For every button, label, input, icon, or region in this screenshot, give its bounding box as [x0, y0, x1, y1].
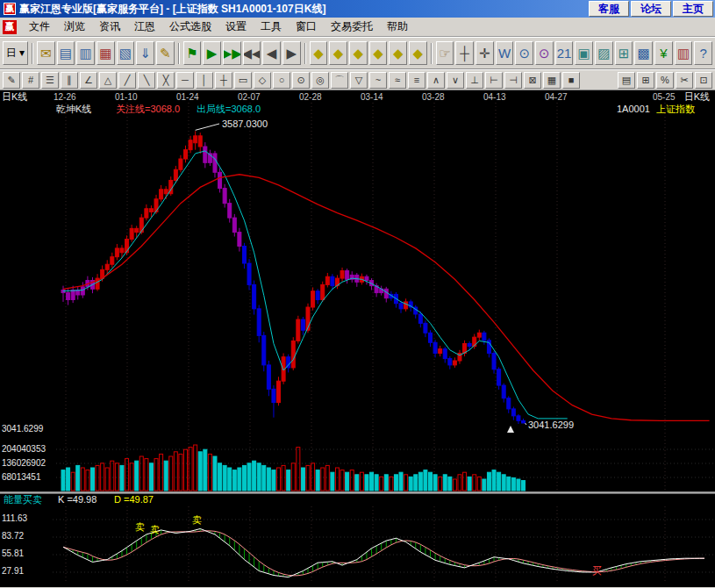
hline-tool-icon[interactable]: ☰	[41, 72, 59, 89]
fast-forward-icon[interactable]: ▶▶	[223, 41, 241, 65]
gann-diamond-1-icon[interactable]: ◆	[310, 41, 328, 65]
stock-pick-flag-icon[interactable]: ⚑	[183, 41, 202, 65]
menu-item-9[interactable]: 交易委托	[324, 17, 380, 37]
bands-panel-icon[interactable]: ▩	[634, 41, 653, 65]
rewind-icon[interactable]: ◀◀	[243, 41, 261, 65]
menu-item-3[interactable]: 资讯	[92, 17, 127, 37]
angle-tool-icon[interactable]: ∠	[80, 72, 97, 89]
volume-axis-label-3: 68013451	[2, 473, 41, 482]
crosshair-icon[interactable]: ┼	[455, 41, 474, 65]
play-icon[interactable]: ▶	[203, 41, 221, 65]
draw-pencil-icon[interactable]: ✎	[156, 41, 175, 65]
approx-tool-icon[interactable]: ≈	[389, 72, 406, 89]
ident-tool-icon[interactable]: ≡	[408, 72, 425, 89]
channel-tool-icon[interactable]: ╲	[138, 72, 155, 89]
date-tick-label: 04-27	[545, 93, 568, 102]
quote-panel-icon[interactable]: ▨	[595, 41, 613, 65]
titlebar-buttons: 客服论坛主页	[587, 1, 713, 17]
gann-diamond-3-icon[interactable]: ◆	[349, 41, 368, 65]
menu-item-6[interactable]: 设置	[218, 17, 254, 37]
menu-item-4[interactable]: 江恩	[127, 17, 162, 37]
buy-signal-mark: 买	[592, 566, 602, 576]
wave-tool-icon[interactable]: W	[496, 41, 514, 65]
trendline-tool-icon[interactable]: ╱	[118, 72, 136, 89]
fan-tool-icon[interactable]: ▽	[350, 72, 368, 89]
add-grid-icon[interactable]: ⊞	[637, 72, 654, 89]
quote-table-icon[interactable]: ▤	[618, 72, 635, 89]
scissors-icon[interactable]: ✂	[676, 72, 693, 89]
menu-item-7[interactable]: 工具	[254, 17, 289, 37]
grid-panel-icon[interactable]: ⊞	[615, 41, 633, 65]
gann-box-tool-icon[interactable]: ▦	[543, 72, 561, 89]
help-icon[interactable]: ?	[694, 41, 712, 65]
time-cycle-icon[interactable]: ⊙	[515, 41, 533, 65]
vline-tool-icon[interactable]: ∥	[61, 72, 78, 89]
and-tool-icon[interactable]: ∧	[427, 72, 445, 89]
square-tool-icon[interactable]: ■	[562, 72, 580, 89]
delivery-icon[interactable]: ▥	[675, 41, 693, 65]
mail-icon[interactable]: ✉	[37, 41, 55, 65]
menu-item-5[interactable]: 公式选股	[162, 17, 218, 37]
chart-canvas[interactable]: 日K线 12-2601-1001-2402-0702-2803-1403-280…	[0, 90, 715, 587]
crossline-tool-icon[interactable]: ╳	[157, 72, 175, 89]
menu-logo-icon[interactable]: 赢	[3, 20, 17, 34]
gann-diamond-2-icon[interactable]: ◆	[329, 41, 347, 65]
pan-hand-icon[interactable]: ☞	[436, 41, 454, 65]
pencil-tool-icon[interactable]: ✎	[3, 72, 20, 89]
target-tool-icon[interactable]: ◎	[311, 72, 329, 89]
volume-axis-label-1: 204040353	[2, 445, 46, 454]
indicator-scale-1: 111.63	[2, 514, 27, 523]
boxed-x-tool-icon[interactable]: ⊠	[524, 72, 541, 89]
kline-chart[interactable]	[0, 90, 715, 587]
zoom-box-icon[interactable]: ⊡	[695, 72, 712, 89]
indicator-d-value: D =49.87	[114, 495, 154, 505]
indicator-scale-4: 27.91	[2, 567, 24, 576]
date-tick-label: 03-28	[422, 93, 445, 102]
titlebar-button-3[interactable]: 主页	[673, 1, 713, 17]
ray-tool-icon[interactable]: │	[196, 72, 213, 89]
percent-icon[interactable]: %	[656, 72, 674, 89]
gann-diamond-4-icon[interactable]: ◆	[369, 41, 388, 65]
indicator-name-label[interactable]: 能量买卖	[4, 495, 42, 505]
price-axis-low-label: 3041.6299	[2, 425, 43, 434]
rect-tool-icon[interactable]: ▭	[234, 72, 252, 89]
date-tick-label: 05-25	[653, 93, 676, 102]
money-icon[interactable]: ¥	[654, 41, 673, 65]
diamond-tool-icon[interactable]: ◇	[254, 72, 271, 89]
right-t-tool-icon[interactable]: ⊣	[504, 72, 522, 89]
multi-panel-icon[interactable]: ▣	[575, 41, 593, 65]
wave-tool-icon[interactable]: ~	[369, 72, 387, 89]
step-forward-icon[interactable]: ▶	[282, 41, 301, 65]
data-download-icon[interactable]: ⇓	[136, 41, 154, 65]
report-icon[interactable]: ▤	[57, 41, 75, 65]
kline-chart-icon[interactable]: ▦	[97, 41, 115, 65]
menu-item-10[interactable]: 帮助	[380, 17, 415, 37]
segment-tool-icon[interactable]: ─	[176, 72, 194, 89]
triangle-tool-icon[interactable]: △	[99, 72, 117, 89]
app-logo-icon: 赢	[4, 3, 16, 15]
menu-item-1[interactable]: 文件	[22, 17, 57, 37]
gann-diamond-6-icon[interactable]: ◆	[409, 41, 427, 65]
calendar-21-icon[interactable]: 21	[555, 41, 574, 65]
space-cycle-icon[interactable]: ⊙	[535, 41, 554, 65]
titlebar-button-2[interactable]: 论坛	[631, 1, 671, 17]
perp-tool-icon[interactable]: ⊥	[466, 72, 483, 89]
menu-item-2[interactable]: 浏览	[57, 17, 92, 37]
left-t-tool-icon[interactable]: ⊢	[485, 72, 503, 89]
circle-tool-icon[interactable]: ○	[273, 72, 290, 89]
hash-grid-tool-icon[interactable]: #	[22, 72, 39, 89]
measure-icon[interactable]: ✛	[475, 41, 494, 65]
gann-diamond-5-icon[interactable]: ◆	[389, 41, 407, 65]
step-back-icon[interactable]: ◀	[262, 41, 281, 65]
or-tool-icon[interactable]: ∨	[447, 72, 464, 89]
period-day-combo[interactable]: 日 ▾	[3, 41, 28, 65]
arc-tool-icon[interactable]: ⌒	[331, 72, 348, 89]
volume-chart-icon[interactable]: ▥	[76, 41, 95, 65]
menu-item-8[interactable]: 窗口	[289, 17, 324, 37]
sell-signal-mark: 卖	[150, 525, 160, 534]
titlebar-button-1[interactable]: 客服	[589, 1, 629, 17]
gann-fan-tool-icon[interactable]: ┼	[215, 72, 232, 89]
trend-chart-icon[interactable]: ▧	[117, 41, 135, 65]
kline-mode-label: 乾坤K线	[56, 104, 91, 114]
cycle-tool-icon[interactable]: ⊙	[292, 72, 310, 89]
